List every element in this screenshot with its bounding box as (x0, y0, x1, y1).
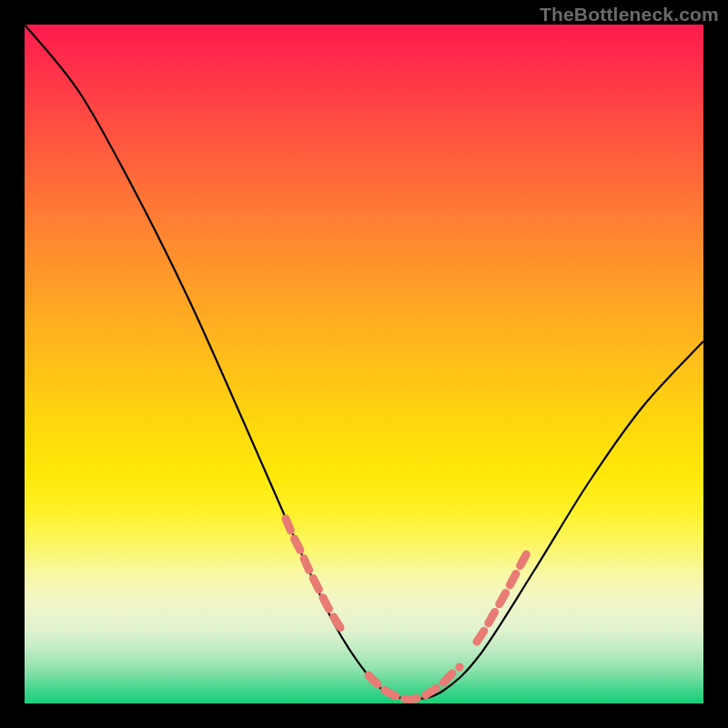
highlight-segment-left (286, 519, 345, 634)
watermark-label: TheBottleneck.com (540, 4, 719, 25)
highlight-segment-bottom (369, 667, 460, 699)
main-curve (25, 25, 703, 699)
plot-area (25, 25, 703, 703)
curve-layer (25, 25, 703, 703)
highlight-segment-right (477, 551, 528, 642)
chart-frame: TheBottleneck.com (0, 0, 728, 728)
